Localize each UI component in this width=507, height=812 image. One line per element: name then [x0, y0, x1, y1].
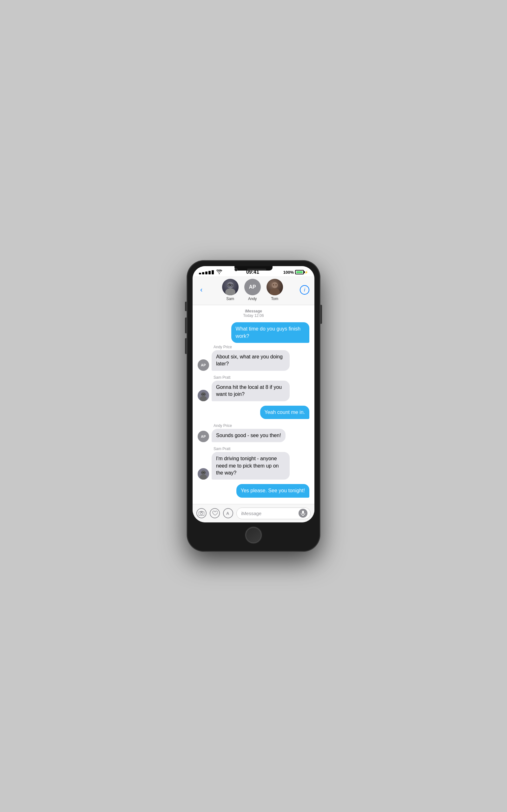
status-bar: 09:41 100% ⚡ — [192, 266, 315, 276]
avatar-tom — [267, 279, 283, 295]
message-input-wrapper: iMessage — [236, 507, 311, 519]
avatar-andy: AP — [244, 279, 261, 295]
message-row: Gonna hit the local at 8 if you want to … — [198, 381, 309, 401]
svg-text:A: A — [226, 511, 229, 516]
bubble-sent: Yeah count me in. — [260, 406, 309, 419]
contact-name-andy: Andy — [248, 297, 257, 301]
svg-point-23 — [201, 513, 203, 515]
battery-percent: 100% — [283, 270, 294, 275]
camera-dot — [234, 268, 238, 271]
contact-list: Sam AP Andy — [222, 279, 283, 301]
power-button — [321, 305, 322, 324]
message-group-andy1: Andy Price AP About six, what are you do… — [198, 345, 309, 371]
svg-point-11 — [275, 284, 277, 286]
bubble-received: I'm driving tonight - anyone need me to … — [212, 452, 290, 480]
volume-up-button — [185, 317, 186, 333]
speaker — [247, 269, 266, 270]
app-store-button[interactable]: A — [223, 508, 233, 518]
bubble-received: About six, what are you doing later? — [212, 350, 290, 371]
camera-button[interactable] — [196, 508, 207, 518]
signal-bars — [199, 270, 214, 274]
message-row: AP About six, what are you doing later? — [198, 350, 309, 371]
contact-sam[interactable]: Sam — [222, 279, 239, 301]
message-group-sam2: Sam Pratt I'm driving tonight - anyone n… — [198, 447, 309, 480]
battery-icon: ⚡ — [295, 270, 308, 274]
message-row: What time do you guys finish work? — [198, 322, 309, 343]
sender-label: Andy Price — [214, 345, 309, 349]
message-group-andy2: Andy Price AP Sounds good - see you then… — [198, 424, 309, 442]
status-right: 100% ⚡ — [283, 270, 308, 275]
home-button[interactable] — [245, 527, 262, 543]
mute-button — [185, 302, 186, 311]
message-row: AP Sounds good - see you then! — [198, 429, 309, 442]
message-group-sam1: Sam Pratt Gonna hit the local at 8 if yo… — [198, 375, 309, 401]
sender-label: Andy Price — [214, 424, 309, 428]
back-button[interactable]: ‹ — [198, 285, 205, 295]
svg-point-8 — [270, 288, 280, 295]
message-row: Yeah count me in. — [198, 406, 309, 419]
contact-andy[interactable]: AP Andy — [244, 279, 261, 301]
bubble-sent: Yes please. See you tonight! — [236, 484, 309, 497]
svg-point-9 — [272, 282, 278, 288]
contact-name-sam: Sam — [226, 297, 234, 301]
avatar-andy-small: AP — [198, 431, 209, 442]
avatar-sam — [222, 279, 239, 295]
phone-device: 09:41 100% ⚡ ‹ — [187, 260, 320, 552]
signal-bar-2 — [202, 272, 204, 274]
signal-bar-1 — [199, 273, 201, 274]
message-row: Yes please. See you tonight! — [198, 484, 309, 497]
volume-down-button — [185, 338, 186, 354]
message-service: iMessage — [198, 309, 309, 313]
digital-touch-button[interactable] — [210, 508, 220, 518]
svg-point-13 — [200, 396, 207, 401]
message-time: Today 12:06 — [198, 313, 309, 318]
home-button-area — [192, 522, 315, 546]
signal-bar-4 — [209, 271, 211, 274]
mic-button[interactable] — [298, 509, 307, 518]
bubble-received: Gonna hit the local at 8 if you want to … — [212, 381, 290, 401]
timestamp-header: iMessage Today 12:06 — [198, 309, 309, 318]
avatar-andy-small: AP — [198, 359, 209, 371]
svg-point-18 — [200, 475, 207, 480]
sender-label: Sam Pratt — [214, 447, 309, 451]
nav-bar: ‹ — [192, 276, 315, 305]
message-row: I'm driving tonight - anyone need me to … — [198, 452, 309, 480]
messages-area[interactable]: iMessage Today 12:06 What time do you gu… — [192, 305, 315, 504]
contact-tom[interactable]: Tom — [267, 279, 283, 301]
svg-point-1 — [225, 288, 235, 295]
bubble-received: Sounds good - see you then! — [212, 429, 286, 442]
info-button[interactable]: i — [300, 285, 309, 295]
bubble-sent: What time do you guys finish work? — [231, 322, 309, 343]
signal-bar-3 — [205, 271, 208, 274]
wifi-icon — [216, 270, 222, 275]
status-left — [199, 270, 222, 275]
svg-rect-26 — [302, 511, 304, 514]
contact-name-tom: Tom — [271, 297, 278, 301]
input-bar: A iMessage — [192, 504, 315, 522]
svg-point-10 — [273, 284, 274, 286]
sender-label: Sam Pratt — [214, 375, 309, 380]
signal-bar-5 — [212, 270, 214, 274]
avatar-sam-small — [198, 390, 209, 401]
avatar-sam-small — [198, 468, 209, 480]
input-placeholder: iMessage — [241, 511, 262, 516]
phone-screen: 09:41 100% ⚡ ‹ — [192, 266, 315, 522]
